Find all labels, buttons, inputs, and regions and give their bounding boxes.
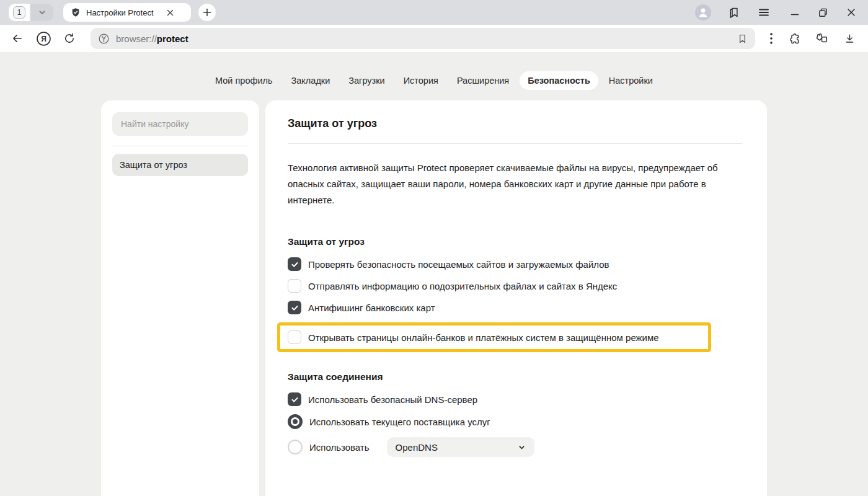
nav-tab-settings[interactable]: Настройки (601, 71, 661, 90)
settings-search-input[interactable] (112, 112, 248, 136)
option-label: Использовать (309, 442, 370, 453)
option-label: Антифишинг банковских карт (308, 303, 435, 313)
dns-provider-value: OpenDNS (396, 442, 518, 453)
radio-unselected[interactable] (288, 440, 303, 454)
url-text: browser://protect (116, 33, 188, 44)
nav-tab-profile[interactable]: Мой профиль (207, 71, 280, 90)
option-label: Отправлять информацию о подозрительных ф… (308, 281, 617, 291)
svg-text:Я: Я (41, 35, 46, 43)
profile-avatar[interactable] (695, 4, 711, 20)
tab-counter[interactable]: 1 (9, 4, 30, 21)
url-host: protect (157, 33, 188, 44)
chevron-down-icon (38, 8, 46, 17)
protect-shield-favicon (71, 7, 81, 17)
option-label: Открывать страницы онлайн-банков и платё… (308, 332, 659, 343)
nav-tab-bookmarks[interactable]: Закладки (283, 71, 339, 90)
collections-tag-icon[interactable] (815, 32, 829, 45)
option-secure-dns[interactable]: Использовать безопасный DNS-сервер (288, 392, 742, 406)
dns-provider-select[interactable]: OpenDNS (387, 437, 534, 457)
option-label: Использовать текущего поставщика услуг (309, 417, 490, 427)
connection-section-heading: Защита соединения (288, 371, 742, 383)
bookmarks-panel-icon[interactable] (728, 6, 741, 19)
check-icon (291, 260, 299, 268)
tab-close-icon[interactable] (167, 9, 174, 16)
tab-strip: 1 Настройки Protect (0, 0, 868, 25)
tab-counter-badge: 1 (13, 6, 25, 19)
browser-tab-active[interactable]: Настройки Protect (63, 3, 191, 22)
radio-custom-provider[interactable]: Использовать OpenDNS (288, 437, 742, 457)
checkbox-checked[interactable] (288, 301, 301, 314)
option-label: Проверять безопасность посещаемых сайтов… (308, 259, 609, 270)
nav-tab-history[interactable]: История (396, 71, 446, 90)
protect-description: Технология активной защиты Protect прове… (288, 160, 742, 208)
bookmark-icon[interactable] (737, 33, 748, 44)
nav-tab-extensions[interactable]: Расширения (449, 71, 517, 90)
window-minimize-icon[interactable] (790, 8, 799, 17)
address-bar[interactable]: browser://protect (91, 28, 755, 49)
tab-list-dropdown[interactable] (31, 4, 53, 21)
protect-settings-page: Мой профиль Закладки Загрузки История Ра… (0, 52, 868, 496)
url-scheme: browser:// (116, 33, 157, 44)
nav-tab-downloads[interactable]: Загрузки (340, 71, 392, 90)
check-icon (291, 304, 299, 312)
option-send-suspicious-info[interactable]: Отправлять информацию о подозрительных ф… (288, 279, 742, 293)
browser-menu-icon[interactable] (758, 6, 770, 19)
tab-title: Настройки Protect (86, 8, 154, 17)
page-title: Защита от угроз (288, 117, 742, 130)
plus-icon (203, 8, 211, 17)
highlight-annotation-box: Открывать страницы онлайн-банков и платё… (277, 322, 711, 352)
option-antiphishing-cards[interactable]: Антифишинг банковских карт (288, 301, 742, 314)
chevron-down-icon (518, 443, 526, 451)
page-actions-kebab-icon[interactable] (770, 33, 773, 44)
threat-options: Проверять безопасность посещаемых сайтов… (288, 257, 742, 352)
threat-section-heading: Защита от угроз (288, 236, 742, 247)
connection-options: Использовать безопасный DNS-сервер Испол… (288, 392, 742, 457)
settings-sidebar: Защита от угроз (101, 100, 259, 496)
site-badge-icon[interactable] (98, 33, 110, 45)
option-label: Использовать безопасный DNS-сервер (308, 394, 477, 405)
checkbox-checked[interactable] (288, 257, 301, 271)
back-button[interactable] (7, 29, 27, 48)
browser-toolbar: Я browser://protect (0, 25, 868, 52)
new-tab-button[interactable] (198, 4, 216, 21)
checkbox-checked[interactable] (288, 392, 301, 406)
downloads-icon[interactable] (844, 33, 856, 45)
radio-current-provider[interactable]: Использовать текущего поставщика услуг (288, 414, 742, 429)
sidebar-divider (112, 146, 248, 146)
refresh-button[interactable] (60, 29, 79, 48)
settings-nav-tabs: Мой профиль Закладки Загрузки История Ра… (0, 71, 868, 90)
settings-main-panel: Защита от угроз Технология активной защи… (265, 100, 767, 496)
window-close-icon[interactable] (847, 8, 856, 17)
tab-group-control[interactable]: 1 (9, 4, 53, 21)
checkbox-unchecked[interactable] (288, 279, 301, 293)
radio-selected[interactable] (288, 414, 303, 429)
option-protected-banking-mode[interactable]: Открывать страницы онлайн-банков и платё… (288, 330, 701, 344)
nav-tab-security[interactable]: Безопасность (520, 71, 598, 90)
yandex-home-button[interactable]: Я (33, 29, 53, 48)
window-restore-icon[interactable] (818, 8, 828, 17)
checkbox-unchecked[interactable] (288, 330, 301, 344)
extensions-puzzle-icon[interactable] (787, 32, 800, 45)
title-divider (288, 143, 742, 144)
sidebar-item-threat-protection[interactable]: Защита от угроз (112, 154, 248, 176)
check-icon (291, 396, 299, 404)
option-check-sites-files[interactable]: Проверять безопасность посещаемых сайтов… (288, 257, 742, 271)
